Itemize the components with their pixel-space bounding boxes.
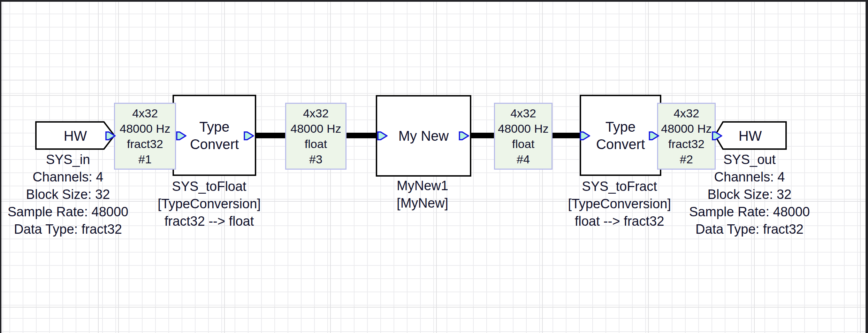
- mynew-labels: MyNew1 [MyNew]: [360, 177, 485, 212]
- block-title-line: Type: [199, 118, 230, 135]
- wire-annotation-1[interactable]: 4x32 48000 Hz fract32 #1: [114, 103, 176, 170]
- wire-annot4-to-tc2[interactable]: [552, 133, 580, 138]
- window-border-right: [866, 0, 868, 333]
- annotation-datatype: fract32: [668, 136, 705, 152]
- block-title-line: My New: [398, 127, 449, 145]
- tc2-labels: SYS_toFract [TypeConversion] float --> f…: [557, 178, 682, 230]
- tc1-labels: SYS_toFloat [TypeConversion] fract32 -->…: [146, 178, 272, 230]
- prop-sample-rate: Sample Rate: 48000: [683, 203, 816, 220]
- wire-annotation-4[interactable]: 4x32 48000 Hz float #4: [494, 103, 553, 170]
- annotation-id: #2: [680, 152, 693, 167]
- annotation-rate: 48000 Hz: [120, 121, 170, 136]
- block-instance-name: MyNew1: [360, 177, 485, 194]
- prop-channels: Channels: 4: [3, 168, 132, 186]
- block-instance-name: SYS_in: [3, 151, 132, 168]
- block-conversion: fract32 --> float: [146, 212, 272, 230]
- block-title-line: Convert: [596, 135, 645, 153]
- annotation-id: #1: [138, 152, 152, 167]
- hw-output-block-title[interactable]: HW: [713, 121, 787, 150]
- mynew-output-pin-icon[interactable]: [459, 130, 469, 142]
- layout-canvas[interactable]: HW 4x32 48000 Hz fract32 #1 Type Convert…: [0, 0, 868, 333]
- annotation-datatype: fract32: [127, 136, 163, 152]
- hw-input-properties: SYS_in Channels: 4 Block Size: 32 Sample…: [3, 151, 132, 238]
- window-border-top: [0, 0, 868, 2]
- annotation-rate: 48000 Hz: [661, 121, 712, 136]
- annotation-size: 4x32: [132, 106, 158, 121]
- tc1-output-pin-icon[interactable]: [244, 130, 254, 142]
- block-class-name: [TypeConversion]: [146, 195, 272, 212]
- annotation-id: #4: [517, 152, 530, 167]
- block-title-line: Convert: [190, 135, 239, 153]
- annotation-rate: 48000 Hz: [498, 121, 549, 136]
- window-border-left: [0, 0, 1, 333]
- wire-mynew-to-annot4[interactable]: [471, 133, 495, 138]
- annotation-size: 4x32: [303, 106, 329, 121]
- annotation-datatype: float: [512, 136, 534, 152]
- annotation-size: 4x32: [510, 106, 536, 121]
- prop-block-size: Block Size: 32: [683, 186, 816, 203]
- block-instance-name: SYS_toFract: [557, 178, 682, 195]
- hw-input-block-title[interactable]: HW: [35, 121, 115, 150]
- prop-channels: Channels: 4: [683, 168, 816, 186]
- annotation-id: #3: [309, 152, 322, 167]
- my-new-block[interactable]: My New: [376, 95, 471, 177]
- hw-input-output-pin-icon[interactable]: [105, 130, 116, 142]
- tc2-input-pin-icon[interactable]: [580, 130, 590, 142]
- prop-block-size: Block Size: 32: [3, 186, 132, 203]
- prop-data-type: Data Type: fract32: [3, 220, 132, 238]
- tc1-input-pin-icon[interactable]: [176, 130, 186, 142]
- block-instance-name: SYS_toFloat: [146, 178, 272, 195]
- annotation-datatype: float: [305, 136, 327, 152]
- block-class-name: [MyNew]: [360, 194, 485, 212]
- block-class-name: [TypeConversion]: [557, 195, 682, 212]
- wire-tc1-to-annot3[interactable]: [256, 133, 287, 138]
- wire-annotation-2[interactable]: 4x32 48000 Hz fract32 #2: [657, 103, 716, 170]
- wire-annotation-3[interactable]: 4x32 48000 Hz float #3: [285, 103, 347, 170]
- annotation-size: 4x32: [673, 106, 699, 121]
- hw-output-input-pin-icon[interactable]: [712, 130, 722, 142]
- block-conversion: float --> fract32: [557, 212, 682, 230]
- prop-data-type: Data Type: fract32: [683, 220, 816, 238]
- wire-annot3-to-mynew[interactable]: [345, 133, 376, 138]
- tc2-output-pin-icon[interactable]: [649, 130, 659, 142]
- prop-sample-rate: Sample Rate: 48000: [3, 203, 132, 220]
- mynew-input-pin-icon[interactable]: [377, 130, 388, 142]
- block-title-line: Type: [606, 118, 636, 135]
- annotation-rate: 48000 Hz: [290, 121, 341, 136]
